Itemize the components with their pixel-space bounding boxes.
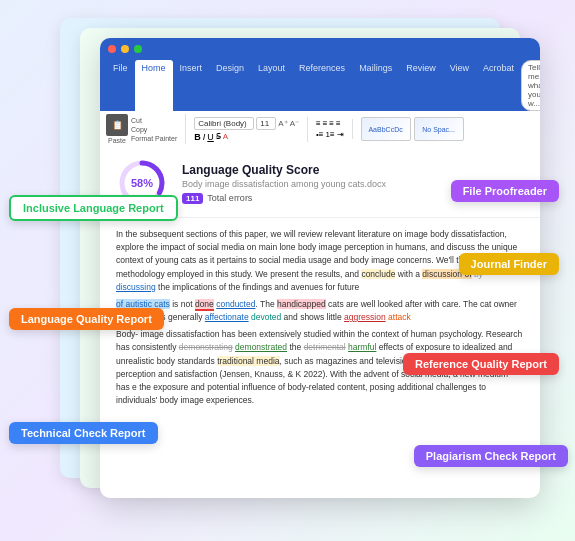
plagiarism-check-label[interactable]: Plagiarism Check Report	[414, 445, 568, 467]
italic-button[interactable]: I	[203, 132, 206, 142]
ribbon-tab-bar: File Home Insert Design Layout Reference…	[100, 60, 540, 111]
font-shrink[interactable]: A⁻	[290, 119, 299, 128]
tab-mailings[interactable]: Mailings	[352, 60, 399, 111]
bold-button[interactable]: B	[194, 132, 201, 142]
tab-review[interactable]: Review	[399, 60, 443, 111]
align-center[interactable]: ≡	[323, 119, 328, 128]
align-left[interactable]: ≡	[316, 119, 321, 128]
font-name-selector[interactable]: Calibri (Body)	[194, 117, 254, 130]
tab-design[interactable]: Design	[209, 60, 251, 111]
ribbon-toolbar: 📋 Paste Cut Copy Format Painter Calibri …	[100, 111, 540, 147]
cut-label[interactable]: Cut	[131, 117, 177, 124]
indent[interactable]: ⇥	[337, 130, 344, 139]
bullets[interactable]: •≡	[316, 130, 323, 139]
justify[interactable]: ≡	[336, 119, 341, 128]
score-title: Language Quality Score	[182, 163, 524, 177]
highlight-button[interactable]: A	[223, 132, 228, 141]
tell-me-box[interactable]: Tell me what you w...	[521, 60, 540, 111]
underline-button[interactable]: U	[207, 132, 214, 142]
font-size-selector[interactable]: 11	[256, 117, 276, 130]
copy-label[interactable]: Copy	[131, 126, 177, 133]
journal-finder-label[interactable]: Journal Finder	[459, 253, 559, 275]
paragraph-group: ≡ ≡ ≡ ≡ •≡ 1≡ ⇥	[316, 119, 353, 139]
maximize-dot[interactable]	[134, 45, 142, 53]
styles-group: AaBbCcDc No Spac...	[361, 117, 472, 141]
tab-file[interactable]: File	[106, 60, 135, 111]
paste-label: Paste	[108, 137, 126, 144]
close-dot[interactable]	[108, 45, 116, 53]
tab-view[interactable]: View	[443, 60, 476, 111]
error-count-badge: 111	[182, 193, 203, 204]
paragraph-2: of autistic cats is not done conducted. …	[116, 298, 524, 324]
inclusive-language-label[interactable]: Inclusive Language Report	[9, 195, 178, 221]
document-content: In the subsequent sections of this paper…	[100, 218, 540, 417]
reference-quality-label[interactable]: Reference Quality Report	[403, 353, 559, 375]
align-right[interactable]: ≡	[329, 119, 334, 128]
format-painter-label[interactable]: Format Painter	[131, 135, 177, 142]
strikethrough-button[interactable]: S̶	[216, 132, 221, 141]
paste-icon[interactable]: 📋	[106, 114, 128, 136]
tab-acrobat[interactable]: Acrobat	[476, 60, 521, 111]
title-bar	[100, 38, 540, 60]
tab-insert[interactable]: Insert	[173, 60, 210, 111]
minimize-dot[interactable]	[121, 45, 129, 53]
tab-layout[interactable]: Layout	[251, 60, 292, 111]
style-normal[interactable]: AaBbCcDc	[361, 117, 411, 141]
style-no-spacing[interactable]: No Spac...	[414, 117, 464, 141]
numbering[interactable]: 1≡	[325, 130, 334, 139]
error-label: Total errors	[207, 193, 252, 203]
clipboard-group: 📋 Paste Cut Copy Format Painter	[106, 114, 186, 144]
font-grow[interactable]: A⁺	[278, 119, 287, 128]
font-group: Calibri (Body) 11 A⁺ A⁻ B I U S̶ A	[194, 117, 308, 142]
tab-home[interactable]: Home	[135, 60, 173, 111]
technical-check-label[interactable]: Technical Check Report	[9, 422, 158, 444]
tab-references[interactable]: References	[292, 60, 352, 111]
score-percent: 58%	[131, 177, 153, 189]
language-quality-label[interactable]: Language Quality Report	[9, 308, 164, 330]
file-proofreader-label[interactable]: File Proofreader	[451, 180, 559, 202]
